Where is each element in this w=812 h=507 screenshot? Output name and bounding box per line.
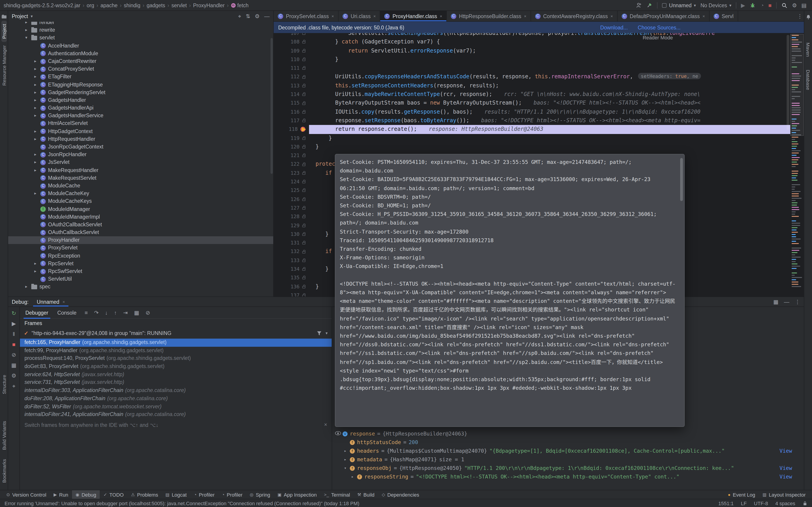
sidebar-tab-bookmarks[interactable]: Bookmarks: [1, 456, 7, 486]
view-link[interactable]: View: [779, 472, 792, 481]
variable-row[interactable]: ▾fresponseObj = {HttpResponse@24050} "HT…: [332, 464, 804, 472]
tree-item[interactable]: ▸CJsServlet: [8, 159, 273, 166]
chevron-icon[interactable]: ▸: [33, 151, 38, 159]
dismiss-hint-icon[interactable]: ×: [324, 422, 327, 428]
close-icon[interactable]: ×: [332, 14, 334, 18]
filter-funnel-icon[interactable]: [317, 331, 322, 336]
project-scrollbar[interactable]: [270, 38, 273, 174]
tree-item[interactable]: ▸CConcatProxyServlet: [8, 65, 273, 73]
tree-item[interactable]: CProxyServlet: [8, 244, 273, 252]
tree-item[interactable]: ▸CGadgetRenderingServlet: [8, 89, 273, 96]
sidebar-tab-database[interactable]: Database: [805, 66, 811, 93]
editor-tab[interactable]: CContextAwareRegistry.class×: [531, 11, 617, 21]
hide-panel-icon[interactable]: —: [264, 13, 270, 19]
download-link[interactable]: Download...: [600, 25, 627, 30]
stack-frame[interactable]: fetch:99, ProxyHandler(org.apache.shindi…: [20, 346, 332, 354]
toolwindow-tab-logcat[interactable]: ▤Logcat: [162, 490, 190, 499]
read-only-lock-icon[interactable]: [803, 500, 807, 506]
chevron-icon[interactable]: ▸: [33, 81, 38, 89]
thread-selector[interactable]: ✓ "http-nio-9443-exec-29"@24,008 in grou…: [20, 328, 332, 339]
tree-item[interactable]: CRpcException: [8, 252, 273, 260]
chevron-icon[interactable]: ▸: [33, 135, 38, 143]
breadcrumb-item[interactable]: servlet: [171, 2, 187, 8]
toolwindow-tab-profiler[interactable]: ◔Profiler: [218, 490, 246, 499]
toolwindow-tab-todo[interactable]: ✓TODO: [100, 490, 127, 499]
tool-windows-icon[interactable]: ▤: [801, 2, 807, 8]
tree-item[interactable]: ▸CModuleCacheKey: [8, 190, 273, 198]
tree-item[interactable]: CHtmlAccelServlet: [8, 120, 273, 127]
chevron-icon[interactable]: ▸: [33, 89, 38, 96]
chevron-icon[interactable]: ▾: [343, 464, 348, 472]
variable-row[interactable]: ▸fresponseString = "<!DOCTYPE html><!--S…: [332, 472, 804, 481]
pause-icon[interactable]: ‖: [13, 331, 15, 337]
step-into-icon[interactable]: ↓: [105, 309, 108, 316]
settings-gear-icon[interactable]: ⚙: [792, 2, 797, 8]
tree-item[interactable]: CModuleCache: [8, 182, 273, 190]
tab-console[interactable]: Console: [55, 307, 78, 319]
tree-item[interactable]: IModuleIdManager: [8, 205, 273, 213]
toolwindow-tab-layout-inspector[interactable]: ▥Layout Inspector: [759, 492, 809, 497]
tree-item[interactable]: COAuth2CallbackServlet: [8, 221, 273, 229]
rerun-icon[interactable]: ↻: [11, 311, 16, 316]
sidebar-tab-maven[interactable]: Maven: [805, 39, 811, 60]
file-encoding[interactable]: UTF-8: [754, 500, 768, 506]
breadcrumb-item[interactable]: apache: [100, 2, 117, 8]
run-to-cursor-icon[interactable]: ⇥: [123, 309, 128, 316]
chevron-icon[interactable]: ▾: [336, 430, 340, 438]
close-icon[interactable]: ×: [703, 14, 705, 18]
profiler-button[interactable]: ◔: [761, 2, 764, 8]
chevron-icon[interactable]: ▸: [33, 159, 38, 166]
mute-breakpoints-icon[interactable]: ⊘: [11, 352, 16, 357]
toolwindow-tab-debug[interactable]: ◉Debug: [72, 490, 100, 499]
toolwindow-tab-version-control[interactable]: ⊙Version Control: [3, 490, 50, 499]
view-breakpoints-icon[interactable]: ▦: [11, 362, 16, 368]
editor-tab[interactable]: CHttpResponseBuilder.class×: [447, 11, 531, 21]
tooltip-scrollbar[interactable]: [680, 158, 683, 201]
reader-mode-label[interactable]: Reader Mode: [643, 35, 673, 40]
chevron-icon[interactable]: ▸: [33, 57, 38, 65]
breadcrumb-item[interactable]: org: [87, 2, 94, 8]
chevron-icon[interactable]: ▸: [33, 166, 38, 174]
stack-frame[interactable]: service:731, HttpServlet(javax.servlet.h…: [20, 379, 332, 387]
tree-item[interactable]: ▸CMakeRequestHandler: [8, 166, 273, 174]
layout-settings-icon[interactable]: ▦: [773, 298, 778, 305]
toolwindow-tab-profiler[interactable]: ◔Profiler: [190, 490, 218, 499]
show-execution-point-icon[interactable]: ≡: [85, 309, 88, 316]
tree-item[interactable]: ▸CCajaContentRewriter: [8, 57, 273, 65]
editor-tab[interactable]: CServl: [709, 11, 738, 21]
code-with-me-icon[interactable]: [636, 2, 642, 8]
chevron-icon[interactable]: ▸: [343, 447, 348, 455]
tree-item[interactable]: ▾servlet: [8, 34, 273, 42]
tree-item[interactable]: CProxyHandler: [8, 236, 273, 244]
variable-row[interactable]: fhttpStatusCode = 200: [332, 438, 804, 447]
chevron-icon[interactable]: ▸: [33, 97, 38, 104]
tree-item[interactable]: ▸CGadgetsHandler: [8, 97, 273, 104]
minimize-icon[interactable]: —: [784, 298, 789, 305]
debug-bug-icon[interactable]: [750, 2, 756, 8]
stack-frame[interactable]: processRequest:140, ProxyServlet(org.apa…: [20, 355, 332, 362]
tree-item[interactable]: ▸CJsonRpcHandler: [8, 151, 273, 159]
tab-debugger[interactable]: Debugger: [23, 307, 50, 319]
chevron-icon[interactable]: ▸: [343, 455, 348, 464]
notifications-bell-icon[interactable]: [805, 14, 811, 20]
close-icon[interactable]: ×: [611, 14, 613, 18]
sidebar-tab-structure[interactable]: Structure: [1, 372, 7, 397]
tree-item[interactable]: CModuleIdManagerImpl: [8, 213, 273, 221]
breadcrumb-item[interactable]: mfetch: [231, 2, 249, 8]
variable-row[interactable]: ▾vresponse = {HttpResponseBuilder@24063}: [332, 430, 804, 438]
tree-item[interactable]: COAuthCallbackServlet: [8, 229, 273, 236]
step-out-icon[interactable]: ↑: [114, 309, 117, 316]
mute-breakpoints-icon[interactable]: ⊘: [145, 309, 150, 316]
editor-tab[interactable]: CProxyHandler.class×: [380, 11, 447, 21]
pin-icon[interactable]: ⌖: [12, 383, 15, 389]
close-icon[interactable]: ×: [62, 299, 65, 304]
stop-button[interactable]: ■: [768, 2, 772, 8]
tree-item[interactable]: CServletUtil: [8, 275, 273, 283]
step-over-icon[interactable]: ↷: [94, 309, 99, 316]
chevron-icon[interactable]: ▸: [33, 268, 38, 275]
chevron-icon[interactable]: ▸: [33, 190, 38, 198]
chevron-icon[interactable]: ▸: [23, 283, 29, 291]
toolwindow-tab-spring[interactable]: ◎Spring: [246, 490, 274, 499]
debug-session-tab[interactable]: Unnamed ×: [33, 297, 68, 306]
indent-setting[interactable]: 4 spaces: [775, 500, 795, 506]
